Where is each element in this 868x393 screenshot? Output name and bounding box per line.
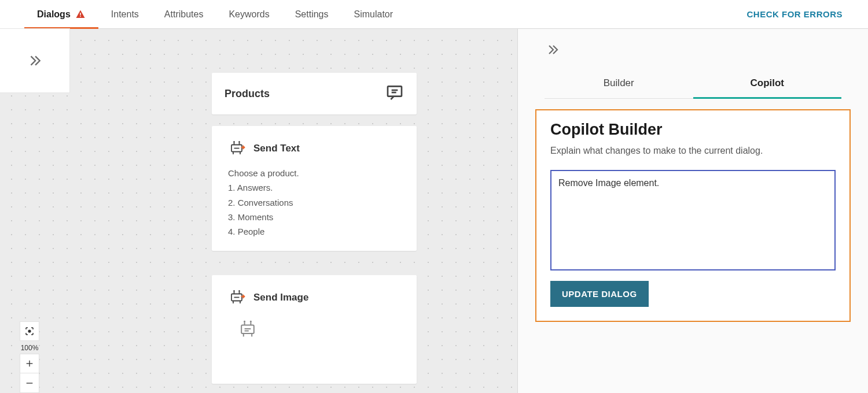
tab-label: Dialogs <box>37 9 71 20</box>
card-header: Send Text <box>228 139 400 158</box>
tab-attributes[interactable]: Attributes <box>152 0 216 28</box>
warning-icon <box>75 9 86 20</box>
zoom-percent: 100% <box>20 342 39 354</box>
zoom-out-button[interactable] <box>20 373 39 393</box>
card-title: Send Text <box>253 143 300 154</box>
panel-tab-label: Builder <box>604 77 634 88</box>
tab-label: Simulator <box>354 9 393 20</box>
svg-point-18 <box>238 290 240 291</box>
panel-tab-copilot[interactable]: Copilot <box>693 69 842 99</box>
svg-point-30 <box>28 330 31 332</box>
svg-rect-1 <box>80 16 81 17</box>
copilot-builder-box: Copilot Builder Explain what changes to … <box>535 109 851 322</box>
zoom-center-button[interactable] <box>20 321 39 341</box>
tab-settings[interactable]: Settings <box>282 0 341 28</box>
check-errors-button[interactable]: CHECK FOR ERRORS <box>721 0 868 28</box>
image-placeholder <box>237 318 400 341</box>
bot-icon <box>228 288 245 307</box>
minus-icon <box>25 379 34 388</box>
svg-rect-2 <box>388 86 402 96</box>
svg-point-10 <box>238 141 240 142</box>
tab-label: Settings <box>295 9 329 20</box>
tab-intents[interactable]: Intents <box>98 0 152 28</box>
svg-point-27 <box>250 321 252 322</box>
node-title: Products <box>225 88 270 100</box>
center-focus-icon <box>24 326 35 336</box>
card-body: Choose a product. 1. Answers. 2. Convers… <box>228 166 400 238</box>
text-line: 3. Moments <box>228 210 400 224</box>
panel-expand-button[interactable] <box>535 36 570 64</box>
tab-keywords[interactable]: Keywords <box>216 0 282 28</box>
sidebar-expand-button[interactable] <box>0 29 69 92</box>
svg-point-9 <box>233 141 234 142</box>
text-line: 4. People <box>228 225 400 238</box>
svg-point-17 <box>233 290 234 291</box>
text-line: 1. Answers. <box>228 181 400 194</box>
tab-label: Intents <box>111 9 139 20</box>
panel-tab-builder[interactable]: Builder <box>545 69 693 99</box>
text-line: Choose a product. <box>228 166 400 180</box>
zoom-in-button[interactable] <box>20 354 39 373</box>
panel-tabs: Builder Copilot <box>545 69 841 99</box>
topbar: Dialogs Intents Attributes Keywords Sett… <box>0 0 868 29</box>
copilot-input[interactable] <box>550 170 836 270</box>
dialog-card-send-image[interactable]: Send Image <box>212 275 417 384</box>
tab-dialogs[interactable]: Dialogs <box>24 0 98 28</box>
card-header: Send Image <box>228 288 400 307</box>
canvas[interactable]: Products Send Text Choose a product. 1. … <box>0 29 517 393</box>
chevron-double-right-icon <box>546 43 560 57</box>
bot-placeholder-icon <box>237 318 258 339</box>
text-line: 2. Conversations <box>228 196 400 209</box>
copilot-title: Copilot Builder <box>550 121 836 139</box>
chevron-double-right-icon <box>27 53 42 68</box>
dialog-node-products[interactable]: Products <box>212 73 417 114</box>
zoom-controls: 100% <box>20 321 39 393</box>
button-label: UPDATE DIALOG <box>562 289 637 299</box>
svg-point-26 <box>244 321 245 322</box>
right-panel: Builder Copilot Copilot Builder Explain … <box>517 29 868 393</box>
copilot-description: Explain what changes to make to the curr… <box>550 146 836 156</box>
update-dialog-button[interactable]: UPDATE DIALOG <box>550 281 649 307</box>
plus-icon <box>25 359 34 368</box>
chat-bubble-icon <box>385 83 404 104</box>
card-title: Send Image <box>253 292 308 303</box>
node-header: Products <box>212 73 417 114</box>
dialog-card-send-text[interactable]: Send Text Choose a product. 1. Answers. … <box>212 126 417 251</box>
tablist: Dialogs Intents Attributes Keywords Sett… <box>0 0 406 28</box>
tab-simulator[interactable]: Simulator <box>341 0 406 28</box>
tab-label: Attributes <box>164 9 204 20</box>
workspace: Products Send Text Choose a product. 1. … <box>0 29 868 393</box>
svg-rect-0 <box>80 13 81 16</box>
panel-tab-label: Copilot <box>750 77 784 88</box>
tab-label: Keywords <box>229 9 269 20</box>
bot-icon <box>228 139 245 158</box>
check-errors-label: CHECK FOR ERRORS <box>746 9 843 19</box>
